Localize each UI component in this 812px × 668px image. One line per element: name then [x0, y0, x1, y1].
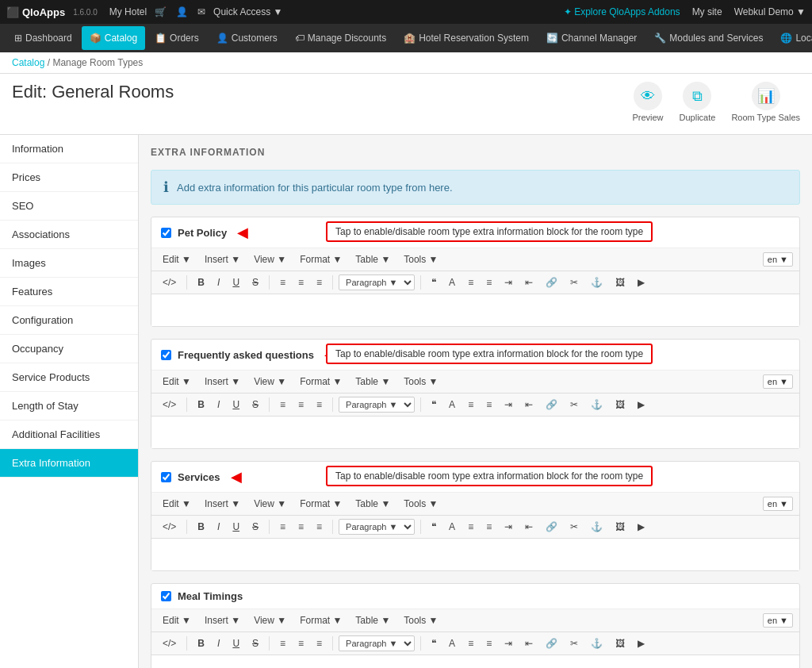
align-left-pp[interactable]: ≡ [275, 274, 290, 290]
sidebar-item-information[interactable]: Information [0, 135, 138, 163]
insert-btn-pp[interactable]: Insert ▼ [200, 251, 245, 267]
paragraph-select-pp[interactable]: Paragraph ▼ [339, 274, 415, 290]
nav-orders[interactable]: 📋 Orders [147, 26, 207, 50]
sidebar-item-features[interactable]: Features [0, 278, 138, 306]
outdent-mt[interactable]: ⇤ [520, 635, 538, 651]
webkul-demo-link[interactable]: Webkul Demo ▼ [734, 6, 806, 17]
nav-hotel-reservation[interactable]: 🏨 Hotel Reservation System [396, 26, 537, 50]
align-center-pp[interactable]: ≡ [293, 274, 308, 290]
align-left-mt[interactable]: ≡ [275, 635, 290, 651]
anchor-faq[interactable]: ⚓ [586, 397, 607, 413]
pet-policy-body[interactable] [151, 294, 799, 326]
breadcrumb-catalog[interactable]: Catalog [12, 57, 44, 68]
underline-btn-pp[interactable]: U [228, 274, 244, 290]
media-pp[interactable]: ▶ [633, 274, 649, 290]
view-btn-pp[interactable]: View ▼ [249, 251, 291, 267]
unlink-pp[interactable]: ✂ [565, 274, 583, 290]
format-btn-svc[interactable]: Format ▼ [295, 496, 347, 512]
unlink-faq[interactable]: ✂ [565, 397, 583, 413]
nav-localization[interactable]: 🌐 Localization [772, 26, 812, 50]
ul-svc[interactable]: ≡ [481, 519, 496, 535]
code-btn-mt[interactable]: </> [158, 635, 181, 651]
media-svc[interactable]: ▶ [633, 519, 649, 535]
meal-timings-body[interactable] [151, 655, 799, 668]
indent-pp[interactable]: ⇥ [500, 274, 517, 290]
outdent-pp[interactable]: ⇤ [520, 274, 538, 290]
paragraph-select-mt[interactable]: Paragraph ▼ [339, 635, 415, 651]
ol-mt[interactable]: ≡ [463, 635, 478, 651]
faq-checkbox[interactable] [161, 350, 171, 360]
view-btn-faq[interactable]: View ▼ [249, 374, 291, 390]
preview-button[interactable]: 👁 Preview [632, 82, 663, 122]
cart-icon[interactable]: 🛒 [155, 6, 167, 17]
code-btn-faq[interactable]: </> [158, 397, 181, 413]
media-mt[interactable]: ▶ [633, 635, 649, 651]
insert-btn-svc[interactable]: Insert ▼ [200, 496, 245, 512]
pet-policy-checkbox[interactable] [161, 228, 171, 238]
edit-btn-faq[interactable]: Edit ▼ [158, 374, 196, 390]
table-btn-faq[interactable]: Table ▼ [350, 374, 395, 390]
format-btn-pp[interactable]: Format ▼ [295, 251, 347, 267]
strike-btn-faq[interactable]: S [247, 397, 263, 413]
blockquote-svc[interactable]: ❝ [427, 519, 441, 535]
image-svc[interactable]: 🖼 [611, 519, 630, 535]
underline-btn-mt[interactable]: U [228, 635, 244, 651]
bold-btn-pp[interactable]: B [193, 274, 209, 290]
edit-btn-pp[interactable]: Edit ▼ [158, 251, 196, 267]
sidebar-item-length-of-stay[interactable]: Length of Stay [0, 392, 138, 420]
insert-btn-mt[interactable]: Insert ▼ [200, 612, 245, 628]
link-faq[interactable]: 🔗 [541, 397, 562, 413]
lang-faq[interactable]: en ▼ [763, 374, 793, 389]
anchor-pp[interactable]: ⚓ [586, 274, 607, 290]
blockquote-faq[interactable]: ❝ [427, 397, 441, 413]
ol-faq[interactable]: ≡ [463, 397, 478, 413]
nav-catalog[interactable]: 📦 Catalog [82, 26, 145, 50]
unlink-mt[interactable]: ✂ [565, 635, 583, 651]
sidebar-item-images[interactable]: Images [0, 249, 138, 278]
quick-access-btn[interactable]: Quick Access ▼ [213, 6, 282, 17]
image-mt[interactable]: 🖼 [611, 635, 630, 651]
sidebar-item-configuration[interactable]: Configuration [0, 306, 138, 335]
my-site-link[interactable]: My site [692, 6, 722, 17]
outdent-svc[interactable]: ⇤ [520, 519, 538, 535]
anchor-mt[interactable]: ⚓ [586, 635, 607, 651]
sidebar-item-seo[interactable]: SEO [0, 192, 138, 221]
room-type-sales-button[interactable]: 📊 Room Type Sales [731, 82, 800, 122]
insert-btn-faq[interactable]: Insert ▼ [200, 374, 245, 390]
lang-pp[interactable]: en ▼ [763, 252, 793, 267]
align-center-faq[interactable]: ≡ [293, 397, 308, 413]
ul-pp[interactable]: ≡ [481, 274, 496, 290]
align-right-pp[interactable]: ≡ [312, 274, 327, 290]
edit-btn-mt[interactable]: Edit ▼ [158, 612, 196, 628]
italic-btn-faq[interactable]: I [213, 397, 224, 413]
nav-manage-discounts[interactable]: 🏷 Manage Discounts [287, 26, 394, 50]
explore-addons-link[interactable]: ✦ Explore QloApps Addons [564, 6, 680, 17]
align-center-mt[interactable]: ≡ [293, 635, 308, 651]
ul-mt[interactable]: ≡ [481, 635, 496, 651]
lang-svc[interactable]: en ▼ [763, 497, 793, 511]
table-btn-mt[interactable]: Table ▼ [350, 612, 395, 628]
nav-dashboard[interactable]: ⊞ Dashboard [6, 26, 80, 50]
underline-btn-svc[interactable]: U [228, 519, 244, 535]
align-right-svc[interactable]: ≡ [312, 519, 327, 535]
media-faq[interactable]: ▶ [633, 397, 649, 413]
strike-btn-svc[interactable]: S [247, 519, 263, 535]
link-pp[interactable]: 🔗 [541, 274, 562, 290]
align-right-mt[interactable]: ≡ [312, 635, 327, 651]
underline-btn-faq[interactable]: U [228, 397, 244, 413]
nav-modules[interactable]: 🔧 Modules and Services [646, 26, 771, 50]
hotel-name[interactable]: My Hotel [109, 6, 147, 17]
code-btn-svc[interactable]: </> [158, 519, 181, 535]
duplicate-button[interactable]: ⧉ Duplicate [680, 82, 716, 122]
edit-btn-svc[interactable]: Edit ▼ [158, 496, 196, 512]
view-btn-mt[interactable]: View ▼ [249, 612, 291, 628]
abbr-mt[interactable]: A [444, 635, 460, 651]
bold-btn-mt[interactable]: B [193, 635, 209, 651]
align-left-svc[interactable]: ≡ [275, 519, 290, 535]
code-btn-pp[interactable]: </> [158, 274, 181, 290]
unlink-svc[interactable]: ✂ [565, 519, 583, 535]
view-btn-svc[interactable]: View ▼ [249, 496, 291, 512]
table-btn-pp[interactable]: Table ▼ [350, 251, 395, 267]
lang-mt[interactable]: en ▼ [763, 613, 793, 628]
indent-svc[interactable]: ⇥ [500, 519, 517, 535]
